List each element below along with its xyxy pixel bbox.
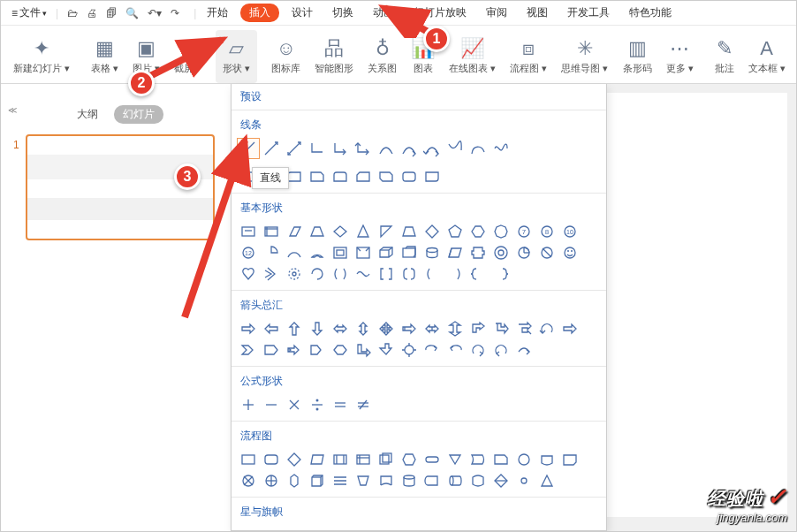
shape-lines-9[interactable] bbox=[444, 138, 467, 159]
shape-basic-shapes-35[interactable] bbox=[352, 263, 375, 285]
shape-block-arrows-9[interactable] bbox=[444, 318, 467, 339]
tab-insert[interactable]: 插入 bbox=[240, 4, 279, 22]
shape-rectangles-7[interactable] bbox=[398, 166, 421, 187]
header-footer-button[interactable]: ▤页眉和页脚 bbox=[793, 30, 797, 83]
shape-block-arrows-6[interactable] bbox=[375, 318, 398, 339]
shape-flowchart-20[interactable] bbox=[352, 470, 375, 491]
shape-basic-shapes-3[interactable] bbox=[306, 221, 329, 242]
shape-basic-shapes-12[interactable]: 7 bbox=[512, 221, 535, 242]
shape-flowchart-17[interactable] bbox=[283, 470, 306, 491]
shape-flowchart-27[interactable] bbox=[512, 470, 535, 491]
more-button[interactable]: ⋯更多 ▾ bbox=[659, 30, 701, 83]
shape-basic-shapes-19[interactable] bbox=[329, 242, 352, 263]
shape-flowchart-19[interactable] bbox=[329, 470, 352, 491]
outline-tab-slides[interactable]: 幻灯片 bbox=[114, 105, 163, 124]
shape-flowchart-2[interactable] bbox=[283, 449, 306, 470]
undo-icon[interactable]: ↶▾ bbox=[148, 7, 162, 19]
shape-basic-shapes-24[interactable] bbox=[444, 242, 467, 263]
shape-flowchart-13[interactable] bbox=[535, 449, 558, 470]
tab-review[interactable]: 审阅 bbox=[479, 3, 514, 23]
shape-basic-shapes-37[interactable] bbox=[398, 263, 421, 285]
shape-block-arrows-27[interactable] bbox=[512, 339, 535, 361]
shape-flowchart-12[interactable] bbox=[512, 449, 535, 470]
shape-basic-shapes-26[interactable] bbox=[490, 242, 512, 263]
shape-flowchart-26[interactable] bbox=[490, 470, 512, 491]
shape-block-arrows-17[interactable] bbox=[283, 339, 306, 361]
shape-flowchart-14[interactable] bbox=[558, 449, 581, 470]
table-button[interactable]: ▦表格 ▾ bbox=[84, 30, 125, 83]
shape-flowchart-8[interactable] bbox=[421, 449, 444, 470]
shape-equation-4[interactable] bbox=[329, 394, 352, 415]
shape-block-arrows-7[interactable] bbox=[398, 318, 421, 339]
shape-equation-5[interactable] bbox=[352, 394, 375, 415]
folder-open-icon[interactable]: 🗁 bbox=[67, 7, 78, 19]
outline-tab-outline[interactable]: 大纲 bbox=[68, 105, 107, 124]
shape-block-arrows-4[interactable] bbox=[329, 318, 352, 339]
find-icon[interactable]: 🔍 bbox=[125, 7, 139, 19]
shape-basic-shapes-39[interactable] bbox=[444, 263, 467, 285]
shape-flowchart-16[interactable] bbox=[260, 470, 283, 491]
shape-basic-shapes-14[interactable]: 10 bbox=[558, 221, 581, 242]
shape-flowchart-5[interactable] bbox=[352, 449, 375, 470]
shape-block-arrows-5[interactable] bbox=[352, 318, 375, 339]
shape-basic-shapes-34[interactable] bbox=[329, 263, 352, 285]
shape-basic-shapes-17[interactable] bbox=[283, 242, 306, 263]
shape-lines-7[interactable] bbox=[398, 138, 421, 159]
shape-basic-shapes-32[interactable] bbox=[283, 263, 306, 285]
shape-basic-shapes-2[interactable] bbox=[283, 221, 306, 242]
shape-flowchart-1[interactable] bbox=[260, 449, 283, 470]
shape-lines-8[interactable] bbox=[421, 138, 444, 159]
shape-lines-3[interactable] bbox=[306, 138, 329, 159]
shape-lines-5[interactable] bbox=[352, 138, 375, 159]
shape-basic-shapes-5[interactable] bbox=[352, 221, 375, 242]
shape-basic-shapes-4[interactable] bbox=[329, 221, 352, 242]
tab-design[interactable]: 设计 bbox=[285, 3, 320, 23]
shape-flowchart-21[interactable] bbox=[375, 470, 398, 491]
shape-equation-3[interactable] bbox=[306, 394, 329, 415]
comment-button[interactable]: ✎批注 bbox=[708, 30, 741, 83]
shape-flowchart-24[interactable] bbox=[444, 470, 467, 491]
shape-basic-shapes-27[interactable] bbox=[512, 242, 535, 263]
shape-basic-shapes-38[interactable] bbox=[421, 263, 444, 285]
shape-block-arrows-21[interactable] bbox=[375, 339, 398, 361]
shape-block-arrows-25[interactable] bbox=[467, 339, 490, 361]
shape-basic-shapes-10[interactable] bbox=[467, 221, 490, 242]
shape-basic-shapes-21[interactable] bbox=[375, 242, 398, 263]
shape-flowchart-7[interactable] bbox=[398, 449, 421, 470]
shape-flowchart-3[interactable] bbox=[306, 449, 329, 470]
shape-flowchart-25[interactable] bbox=[467, 470, 490, 491]
shape-basic-shapes-20[interactable] bbox=[352, 242, 375, 263]
shape-flowchart-6[interactable] bbox=[375, 449, 398, 470]
shape-flowchart-9[interactable] bbox=[444, 449, 467, 470]
shape-block-arrows-24[interactable] bbox=[444, 339, 467, 361]
shape-rectangles-3[interactable] bbox=[306, 166, 329, 187]
shape-block-arrows-8[interactable] bbox=[421, 318, 444, 339]
shape-equation-2[interactable] bbox=[283, 394, 306, 415]
tab-transition[interactable]: 切换 bbox=[325, 3, 361, 23]
tab-devtools[interactable]: 开发工具 bbox=[560, 3, 617, 23]
shape-lines-6[interactable] bbox=[375, 138, 398, 159]
shape-lines-2[interactable] bbox=[283, 138, 306, 159]
shape-lines-4[interactable] bbox=[329, 138, 352, 159]
shape-flowchart-22[interactable] bbox=[398, 470, 421, 491]
shape-basic-shapes-8[interactable] bbox=[421, 221, 444, 242]
shape-rectangles-5[interactable] bbox=[352, 166, 375, 187]
shape-block-arrows-14[interactable] bbox=[558, 318, 581, 339]
shape-flowchart-11[interactable] bbox=[490, 449, 512, 470]
flowchart-button[interactable]: ⧈流程图 ▾ bbox=[503, 30, 554, 83]
shape-block-arrows-22[interactable] bbox=[398, 339, 421, 361]
shape-rectangles-8[interactable] bbox=[421, 166, 444, 187]
barcode-button[interactable]: ▥条形码 bbox=[616, 30, 659, 83]
shape-flowchart-0[interactable] bbox=[237, 449, 260, 470]
shape-basic-shapes-11[interactable] bbox=[490, 221, 512, 242]
shape-flowchart-23[interactable] bbox=[421, 470, 444, 491]
shape-block-arrows-13[interactable] bbox=[535, 318, 558, 339]
shape-block-arrows-11[interactable] bbox=[490, 318, 512, 339]
shape-basic-shapes-23[interactable] bbox=[421, 242, 444, 263]
shape-flowchart-18[interactable] bbox=[306, 470, 329, 491]
shape-block-arrows-19[interactable] bbox=[329, 339, 352, 361]
shape-flowchart-4[interactable] bbox=[329, 449, 352, 470]
shape-block-arrows-18[interactable] bbox=[306, 339, 329, 361]
shape-flowchart-28[interactable] bbox=[535, 470, 558, 491]
shape-basic-shapes-22[interactable] bbox=[398, 242, 421, 263]
